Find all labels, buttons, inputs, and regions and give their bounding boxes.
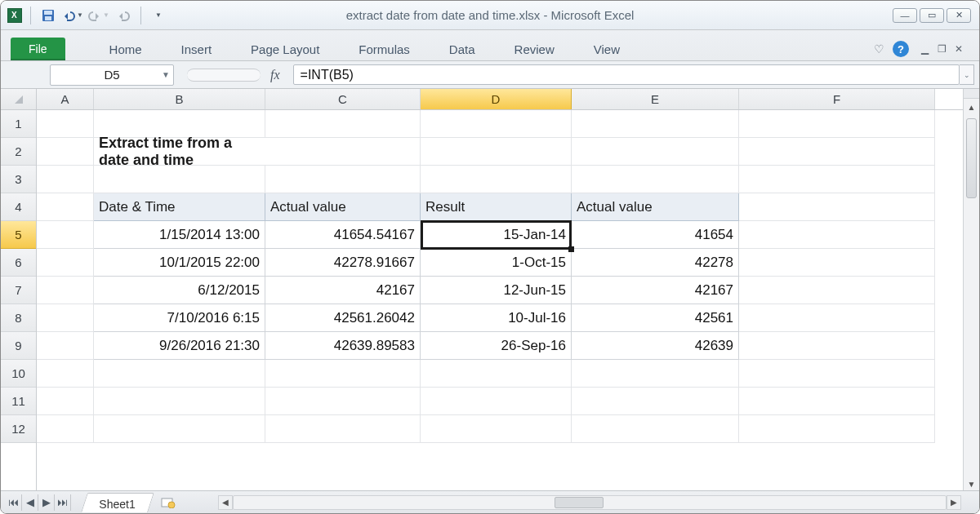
row-header-2[interactable]: 2 <box>1 138 36 166</box>
tab-file[interactable]: File <box>11 38 65 60</box>
cell[interactable] <box>421 138 572 166</box>
cell[interactable] <box>572 166 739 193</box>
scroll-thumb[interactable] <box>555 497 604 508</box>
cell[interactable]: 41654.54167 <box>265 221 421 249</box>
cell[interactable]: 1/15/2014 13:00 <box>94 221 265 249</box>
cell[interactable] <box>739 277 935 304</box>
sheet-nav-prev[interactable]: ◀ <box>22 494 38 511</box>
cell-active[interactable]: 15-Jan-14 <box>421 221 572 249</box>
cell[interactable] <box>265 166 421 193</box>
cell[interactable] <box>265 138 421 166</box>
table-header[interactable]: Result <box>421 193 572 221</box>
col-header-b[interactable]: B <box>94 89 265 109</box>
table-header[interactable]: Actual value <box>265 193 421 221</box>
cell[interactable] <box>739 138 935 166</box>
cell[interactable] <box>94 360 265 388</box>
row-header-6[interactable]: 6 <box>1 249 36 277</box>
undo-button[interactable]: ▼ <box>62 7 83 24</box>
scroll-track[interactable] <box>233 495 947 510</box>
tab-view[interactable]: View <box>576 38 638 60</box>
cell[interactable] <box>37 332 94 360</box>
scroll-down-button[interactable]: ▼ <box>968 476 976 492</box>
row-header-8[interactable]: 8 <box>1 304 36 332</box>
row-header-5[interactable]: 5 <box>1 221 36 249</box>
cell[interactable] <box>37 360 94 388</box>
sheet-nav-first[interactable]: ⏮ <box>6 494 22 511</box>
cell[interactable]: 10/1/2015 22:00 <box>94 249 265 277</box>
sheet-nav-last[interactable]: ⏭ <box>55 494 71 511</box>
row-header-9[interactable]: 9 <box>1 332 36 360</box>
window-close[interactable]: ✕ <box>947 8 971 23</box>
cell[interactable] <box>739 360 935 388</box>
new-sheet-button[interactable] <box>159 495 177 510</box>
insert-function-button[interactable]: fx <box>270 68 280 82</box>
cell[interactable] <box>37 110 94 138</box>
cell[interactable] <box>421 415 572 443</box>
cell[interactable] <box>739 249 935 277</box>
cell[interactable] <box>739 221 935 249</box>
fill-handle[interactable] <box>568 246 574 252</box>
cell[interactable]: 42639.89583 <box>265 332 421 360</box>
cell[interactable] <box>37 193 94 221</box>
ribbon-expand-icon[interactable]: ♡ <box>874 42 884 55</box>
col-header-c[interactable]: C <box>265 89 421 109</box>
cell[interactable] <box>37 138 94 166</box>
cell[interactable] <box>265 415 421 443</box>
scroll-thumb[interactable] <box>966 118 977 198</box>
cell[interactable] <box>421 360 572 388</box>
cell[interactable] <box>265 110 421 138</box>
cell[interactable] <box>739 388 935 415</box>
sheet-nav-next[interactable]: ▶ <box>38 494 55 511</box>
cell[interactable] <box>739 166 935 193</box>
qat-customize[interactable]: ▼ <box>149 7 167 24</box>
cell[interactable]: 42561 <box>572 304 739 332</box>
formula-input[interactable]: =INT(B5) <box>293 64 960 85</box>
cell[interactable] <box>37 221 94 249</box>
row-header-4[interactable]: 4 <box>1 193 36 221</box>
cell[interactable]: 42561.26042 <box>265 304 421 332</box>
tab-formulas[interactable]: Formulas <box>341 38 428 60</box>
cell[interactable] <box>37 277 94 304</box>
tab-insert[interactable]: Insert <box>163 38 230 60</box>
cell[interactable]: 6/12/2015 <box>94 277 265 304</box>
scroll-up-button[interactable]: ▲ <box>968 99 976 115</box>
tab-page-layout[interactable]: Page Layout <box>233 38 337 60</box>
cell[interactable] <box>94 166 265 193</box>
cell[interactable] <box>572 138 739 166</box>
cell[interactable] <box>739 332 935 360</box>
cell[interactable] <box>572 110 739 138</box>
cell[interactable] <box>739 193 935 221</box>
cell[interactable]: 42278.91667 <box>265 249 421 277</box>
formula-bar-expand[interactable]: ⌄ <box>960 64 974 85</box>
cell[interactable] <box>94 388 265 415</box>
cell[interactable] <box>37 166 94 193</box>
row-header-10[interactable]: 10 <box>1 360 36 388</box>
select-all-corner[interactable] <box>1 89 36 110</box>
horizontal-scrollbar[interactable]: ◀ ▶ <box>218 495 961 510</box>
table-header[interactable]: Date & Time <box>94 193 265 221</box>
cell[interactable]: 42639 <box>572 332 739 360</box>
scroll-right-button[interactable]: ▶ <box>947 495 961 510</box>
save-button[interactable] <box>39 7 57 24</box>
row-header-3[interactable]: 3 <box>1 166 36 193</box>
cell[interactable] <box>421 388 572 415</box>
cell[interactable]: 9/26/2016 21:30 <box>94 332 265 360</box>
table-title[interactable]: Extract time from a date and time <box>94 138 265 166</box>
cell[interactable]: 41654 <box>572 221 739 249</box>
cell[interactable]: 10-Jul-16 <box>421 304 572 332</box>
cell[interactable]: 26-Sep-16 <box>421 332 572 360</box>
row-header-11[interactable]: 11 <box>1 388 36 415</box>
cell[interactable] <box>421 110 572 138</box>
row-header-12[interactable]: 12 <box>1 415 36 443</box>
vertical-scrollbar[interactable]: ▲ ▼ <box>963 89 979 492</box>
cell[interactable] <box>572 415 739 443</box>
cell[interactable]: 42167 <box>572 277 739 304</box>
window-minimize[interactable]: — <box>893 8 917 23</box>
chevron-down-icon[interactable]: ▼ <box>162 70 170 79</box>
cell[interactable]: 42167 <box>265 277 421 304</box>
col-header-f[interactable]: F <box>739 89 935 109</box>
col-header-a[interactable]: A <box>37 89 94 109</box>
cell[interactable]: 42278 <box>572 249 739 277</box>
workbook-restore[interactable]: ❐ <box>934 43 949 55</box>
scroll-left-button[interactable]: ◀ <box>218 495 233 510</box>
